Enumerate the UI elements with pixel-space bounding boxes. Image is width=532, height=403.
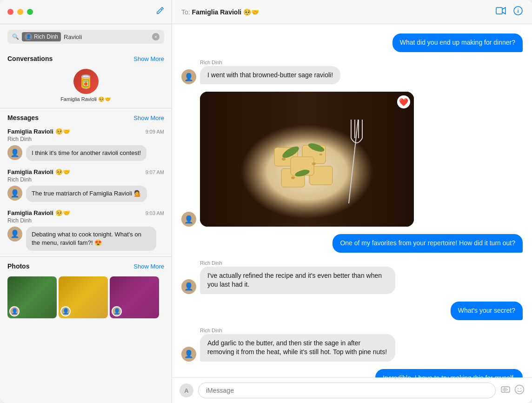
photo-overlay-avatar-0: 👤 [9,306,20,316]
photo-overlay-avatar-1: 👤 [60,306,71,316]
message-item-1[interactable]: Famiglia Ravioli 🥺🤝 9:07 AM Rich Dinh 👤 … [0,165,172,205]
message-from-0: Famiglia Ravioli 🥺🤝 [7,128,70,135]
message-avatar-2: 👤 [7,227,22,242]
message-preview-2: 👤 Debating what to cook tonight. What's … [7,227,164,251]
svg-rect-23 [501,387,510,392]
reaction-badge: ❤️ [397,95,410,108]
message-sender-1: Rich Dinh [7,176,164,183]
contact-tag-avatar: 👤 [25,33,32,40]
message-item-0[interactable]: Famiglia Ravioli 🥺🤝 9:09 AM Rich Dinh 👤 … [0,124,172,165]
sender-avatar-4: 👤 [181,279,196,294]
sidebar: 🔍 👤 Rich Dinh Ravioli × Conversations Sh… [0,0,172,403]
message-avatar-0: 👤 [7,145,22,160]
compose-button[interactable] [156,7,164,17]
audio-input-button[interactable] [500,385,511,396]
svg-point-17 [319,154,322,155]
chat-title: To: Famiglia Ravioli 🥺🤝 [181,8,496,16]
message-row-4: 👤 I've actually refined the recipe and i… [181,267,523,294]
message-item-2[interactable]: Famiglia Ravioli 🥺🤝 9:03 AM Rich Dinh 👤 … [0,206,172,255]
chat-area: To: Famiglia Ravioli 🥺🤝 [172,0,532,403]
chat-to-label: To: [181,8,190,16]
messages-title: Messages [7,114,39,121]
search-bar[interactable]: 🔍 👤 Rich Dinh Ravioli × [7,30,164,44]
message-bubble-0: I think it's time for another ravioli co… [26,145,146,161]
svg-point-16 [291,176,295,179]
app-body: 🔍 👤 Rich Dinh Ravioli × Conversations Sh… [0,0,532,403]
sender-name-6: Rich Dinh [200,328,523,333]
contact-tag-name: Rich Dinh [34,34,58,40]
photo-thumb-2[interactable]: 👤 [110,276,159,318]
apps-button[interactable]: A [180,383,193,397]
chat-header-icons [496,6,523,18]
message-group-4: Rich Dinh 👤 I've actually refined the re… [181,260,523,294]
photos-grid: 👤 👤 👤 [0,273,172,322]
messages-container: What did you end up making for dinner? R… [172,24,532,377]
message-row-image: 👤 [181,92,523,227]
search-bar-container: 🔍 👤 Rich Dinh Ravioli × [0,24,172,47]
message-row-1: 👤 I went with that browned-butter sage r… [181,66,523,85]
chat-recipient: Famiglia Ravioli 🥺🤝 [192,8,259,16]
photo-thumb-0[interactable]: 👤 [7,276,57,318]
emoji-button[interactable] [514,384,525,397]
message-row-0: What did you end up making for dinner? [181,34,523,52]
message-avatar-1: 👤 [7,186,22,201]
chat-bubble-0: What did you end up making for dinner? [392,34,523,52]
chat-bubble-5: What's your secret? [451,302,523,320]
svg-point-30 [520,388,521,389]
maximize-button[interactable] [27,9,33,15]
message-time-1: 9:07 AM [146,169,164,175]
close-button[interactable] [7,9,13,15]
chat-bubble-7: Incredible. I have to try making this fo… [375,369,523,377]
svg-rect-0 [496,7,502,14]
chat-bubble-4: I've actually refined the recipe and it'… [200,267,395,294]
message-meta-1: Famiglia Ravioli 🥺🤝 9:07 AM [7,168,164,175]
chat-input-area: A [172,377,532,403]
chat-header: To: Famiglia Ravioli 🥺🤝 [172,0,532,24]
chat-bubble-1: I went with that browned-butter sage rav… [200,66,340,85]
message-time-0: 9:09 AM [146,129,164,134]
svg-point-29 [518,388,519,389]
svg-point-2 [518,9,519,10]
message-row-3: One of my favorites from your repertoire… [181,234,523,253]
conversation-item-famiglia[interactable]: 🥫 Famiglia Ravioli 🥺🤝 [0,65,172,106]
message-from-2: Famiglia Ravioli 🥺🤝 [7,209,70,216]
message-input[interactable] [198,383,496,398]
input-right-icons [500,384,525,397]
video-call-button[interactable] [496,7,506,17]
message-group-1: Rich Dinh 👤 I went with that browned-but… [181,60,523,85]
divider-2 [0,256,172,257]
conversations-section-header: Conversations Show More [0,51,172,65]
message-sender-2: Rich Dinh [7,217,164,224]
message-meta-0: Famiglia Ravioli 🥺🤝 9:09 AM [7,128,164,135]
sidebar-content: Conversations Show More 🥫 Famiglia Ravio… [0,47,172,403]
app-window: 🔍 👤 Rich Dinh Ravioli × Conversations Sh… [0,0,532,403]
photos-show-more[interactable]: Show More [133,263,164,270]
divider-1 [0,108,172,108]
messages-show-more[interactable]: Show More [133,114,164,121]
message-preview-1: 👤 The true matriarch of Famiglia Ravioli… [7,186,164,202]
photo-thumb-1[interactable]: 👤 [59,276,108,318]
window-titlebar [0,0,172,24]
message-meta-2: Famiglia Ravioli 🥺🤝 9:03 AM [7,209,164,216]
conversation-avatar-famiglia: 🥫 [73,69,99,94]
sender-avatar-6: 👤 [181,347,196,362]
svg-point-15 [312,162,316,165]
photos-title: Photos [7,262,29,270]
conversations-title: Conversations [7,55,53,62]
message-group-6: Rich Dinh 👤 Add garlic to the butter, an… [181,328,523,362]
message-row-7: Incredible. I have to try making this fo… [181,369,523,377]
svg-point-14 [282,158,286,161]
search-clear-button[interactable]: × [152,33,160,40]
sender-avatar-image: 👤 [181,212,196,227]
chat-image-inner: ❤️ [200,92,414,227]
message-bubble-1: The true matriarch of Famiglia Ravioli 💁 [26,186,147,202]
message-time-2: 9:03 AM [146,210,164,216]
minimize-button[interactable] [17,9,23,15]
chat-bubble-6: Add garlic to the butter, and then stir … [200,334,395,362]
conversations-show-more[interactable]: Show More [133,55,164,62]
message-preview-0: 👤 I think it's time for another ravioli … [7,145,164,161]
info-button[interactable] [513,6,523,18]
chat-bubble-3: One of my favorites from your repertoire… [332,234,523,253]
sender-avatar-1: 👤 [181,69,196,84]
photos-section-header: Photos Show More [0,259,172,273]
